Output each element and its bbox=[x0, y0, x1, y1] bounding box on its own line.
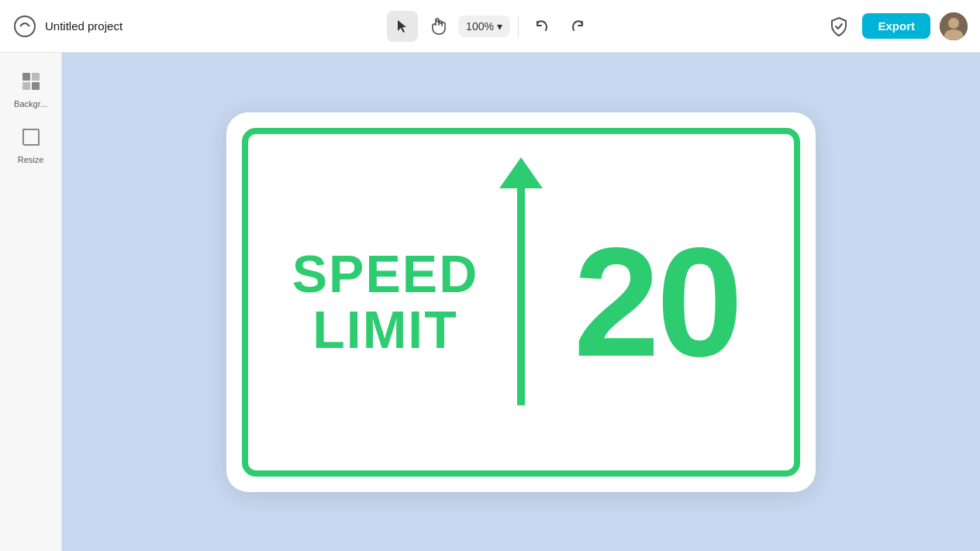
svg-rect-5 bbox=[32, 73, 40, 81]
sidebar: Backgr... Resize bbox=[0, 53, 62, 551]
topbar-center: 100% ▾ bbox=[387, 11, 593, 42]
svg-rect-8 bbox=[23, 129, 39, 145]
arrow-up bbox=[499, 157, 543, 405]
hand-tool-button[interactable] bbox=[423, 11, 454, 42]
sidebar-item-background-label: Backgr... bbox=[14, 99, 47, 108]
select-tool-button[interactable] bbox=[387, 11, 418, 42]
chevron-down-icon: ▾ bbox=[497, 20, 502, 33]
undo-button[interactable] bbox=[526, 11, 557, 42]
avatar[interactable] bbox=[940, 12, 968, 40]
speed-number: 20 bbox=[574, 225, 740, 380]
speed-limit-line1: SPEED LIMIT bbox=[292, 246, 479, 357]
arrow-line bbox=[517, 188, 525, 405]
shield-button[interactable] bbox=[825, 12, 853, 40]
sign-number-right: 20 bbox=[550, 225, 763, 380]
app-logo bbox=[12, 14, 37, 39]
sign-inner: SPEED LIMIT 20 bbox=[242, 128, 800, 477]
zoom-level: 100% bbox=[466, 20, 494, 33]
sidebar-item-resize[interactable]: Resize bbox=[6, 121, 56, 170]
canvas-area[interactable]: SPEED LIMIT 20 bbox=[62, 53, 980, 551]
sidebar-item-background[interactable]: Backgr... bbox=[6, 65, 56, 115]
sign-text-left: SPEED LIMIT bbox=[279, 246, 492, 357]
svg-rect-4 bbox=[22, 73, 30, 81]
arrow-head bbox=[499, 157, 543, 188]
redo-button[interactable] bbox=[562, 11, 593, 42]
main-area: Backgr... Resize SPEED LIMIT bbox=[0, 53, 980, 551]
sign-card: SPEED LIMIT 20 bbox=[226, 112, 816, 492]
svg-rect-7 bbox=[32, 82, 40, 90]
project-title: Untitled project bbox=[45, 19, 122, 33]
resize-icon bbox=[21, 127, 41, 152]
sign-divider bbox=[492, 157, 550, 447]
svg-point-2 bbox=[948, 18, 959, 29]
toolbar-separator bbox=[518, 15, 519, 37]
topbar: Untitled project 100% ▾ bbox=[0, 0, 980, 53]
export-button[interactable]: Export bbox=[862, 13, 930, 39]
topbar-left: Untitled project bbox=[12, 14, 378, 39]
svg-point-0 bbox=[15, 16, 35, 36]
background-icon bbox=[21, 71, 41, 96]
sidebar-item-resize-label: Resize bbox=[18, 155, 44, 164]
topbar-right: Export bbox=[602, 12, 968, 40]
zoom-button[interactable]: 100% ▾ bbox=[458, 15, 510, 37]
svg-rect-6 bbox=[22, 82, 30, 90]
